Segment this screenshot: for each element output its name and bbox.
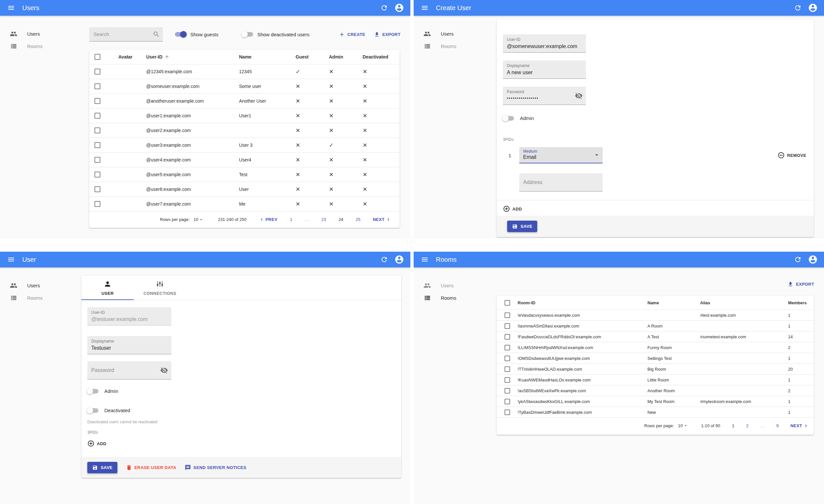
menu-icon[interactable] [418,1,431,14]
row-checkbox[interactable] [505,323,510,329]
profile-icon[interactable] [806,1,819,14]
profile-icon[interactable] [393,253,406,266]
row-checkbox[interactable] [95,157,100,163]
col-header-members[interactable]: Members [784,300,814,305]
col-header-name[interactable]: Name [239,54,292,59]
table-row[interactable]: @user2:example.com ✕ ✕ ✕ [89,123,400,138]
sidebar-item-users[interactable]: Users [414,27,499,40]
profile-icon[interactable] [393,1,406,14]
table-row[interactable]: @someuser:example.com Some user ✕ ✕ ✕ [89,79,400,94]
displayname-field[interactable]: Displayname A new user [503,60,586,79]
admin-toggle[interactable] [87,389,98,393]
sidebar-item-users[interactable]: Users [414,279,499,291]
table-row[interactable]: !TTnlslkHHweOLAD:example.com Big Room 20 [497,364,814,375]
row-checkbox[interactable] [505,399,510,404]
deactivated-toggle[interactable] [87,408,98,413]
table-row[interactable]: @12345:example.com 12345 ✓ ✕ ✕ [89,65,400,79]
menu-icon[interactable] [418,253,431,266]
medium-select[interactable]: Medium Email [519,147,603,163]
visibility-off-icon[interactable] [575,92,583,100]
save-button[interactable]: SAVE [507,221,537,232]
erase-user-data-button[interactable]: ERASE USER DATA [126,465,176,471]
add-threepid-button[interactable]: ADD [503,205,522,213]
table-row[interactable]: @user7:example.com Me ✕ ✕ ✕ [89,197,400,212]
table-row[interactable]: @user6:example.com User ✕ ✕ ✕ [89,182,400,197]
col-header-guest[interactable]: Guest [292,54,326,59]
create-button[interactable]: CREATE [339,31,365,37]
add-threepid-button[interactable]: ADD [87,440,106,447]
refresh-icon[interactable] [791,253,804,266]
export-button[interactable]: EXPORT [374,31,401,37]
table-row[interactable]: @user3:example.com User 3 ✕ ✓ ✕ [89,138,400,153]
col-header-admin[interactable]: Admin [326,54,359,59]
table-row[interactable]: @anotheruser:example.com Another User ✕ … [89,94,400,109]
table-row[interactable]: !OMSDsdweassllUUjjwe:example.com Setting… [497,353,814,364]
prev-page-button[interactable]: PREV [259,217,278,222]
sidebar-item-users[interactable]: Users [0,27,85,40]
row-checkbox[interactable] [95,201,100,207]
row-checkbox[interactable] [505,345,510,350]
admin-toggle[interactable] [503,116,514,121]
table-row[interactable]: !FasdweDssccaGLdsFRddsOl:example.com A T… [497,332,814,342]
row-checkbox[interactable] [95,127,100,133]
menu-icon[interactable] [5,1,18,14]
row-checkbox[interactable] [505,409,510,415]
user-id-field[interactable]: User-ID @somenewuser:example.com [503,34,586,52]
row-checkbox[interactable] [95,69,100,75]
page-link[interactable]: 1 [290,217,292,222]
refresh-icon[interactable] [378,253,391,266]
table-row[interactable]: !KuasNWEMasdHasLOs:example.com Little Ro… [497,375,814,385]
row-checkbox[interactable] [95,186,100,192]
row-checkbox[interactable] [505,334,510,340]
row-checkbox[interactable] [95,83,100,89]
displayname-field[interactable]: Displayname Testuser [87,336,171,354]
page-link[interactable]: 9 [776,423,779,428]
table-row[interactable]: !asSBSlsdWEvaXwPk:example.com Another Ro… [497,385,814,396]
row-checkbox[interactable] [505,366,510,372]
table-row[interactable]: @user5:example.com Test ✕ ✕ ✕ [89,167,400,182]
col-header-deactivated[interactable]: Deactivated [359,54,400,59]
table-row[interactable]: @user4:example.com User4 ✕ ✕ ✕ [89,153,400,167]
col-header-name[interactable]: Name [647,300,700,305]
row-checkbox[interactable] [95,142,100,148]
show-guests-toggle[interactable] [175,32,186,37]
next-page-button[interactable]: NEXT [790,423,809,428]
page-link[interactable]: 23 [321,217,326,222]
row-checkbox[interactable] [95,171,100,177]
refresh-icon[interactable] [378,1,391,14]
table-row[interactable]: !lasmnwASmDllasi:example.com A Room 1 [497,321,814,332]
export-button[interactable]: EXPORT [787,281,814,287]
row-checkbox[interactable] [505,388,510,393]
table-row[interactable]: !eVasdacvxysewus:example.com #test:examp… [497,310,814,321]
password-input[interactable] [91,361,150,379]
row-checkbox[interactable] [95,113,100,119]
row-checkbox[interactable] [95,98,100,104]
sidebar-item-rooms[interactable]: Rooms [0,291,85,304]
profile-icon[interactable] [806,253,819,266]
table-row[interactable]: !ykAStwxasdwsKkxGILL:example.com My Test… [497,396,814,407]
col-header-room-id[interactable]: Room-ID [518,300,647,305]
tab-user[interactable]: USER [81,276,134,300]
rows-per-page-select[interactable]: 10 [194,217,204,223]
remove-threepid-button[interactable]: REMOVE [778,152,806,159]
row-checkbox[interactable] [505,377,510,383]
address-input[interactable] [523,173,582,191]
refresh-icon[interactable] [791,1,804,14]
table-row[interactable]: @user1:example.com User1 ✕ ✕ ✕ [89,109,400,123]
next-page-button[interactable]: NEXT [373,217,391,222]
table-row[interactable]: !LLIMSSNHrhRjsdWNXsd:example.com Funny R… [497,342,814,353]
row-checkbox[interactable] [505,356,510,361]
sidebar-item-rooms[interactable]: Rooms [0,40,85,52]
col-header-user-id[interactable]: User-ID [146,54,239,59]
page-link[interactable]: 25 [356,217,360,222]
visibility-off-icon[interactable] [160,366,168,374]
sidebar-item-users[interactable]: Users [0,279,85,291]
page-link[interactable]: 2 [746,423,748,428]
save-button[interactable]: SAVE [87,462,117,473]
col-header-alias[interactable]: Alias [700,300,784,305]
col-header-avatar[interactable]: Avatar [110,54,146,59]
select-all-checkbox[interactable] [95,54,100,60]
password-field[interactable]: Password •••••••••••••••• [503,87,586,105]
search-input[interactable] [89,27,163,41]
row-checkbox[interactable] [505,312,510,318]
